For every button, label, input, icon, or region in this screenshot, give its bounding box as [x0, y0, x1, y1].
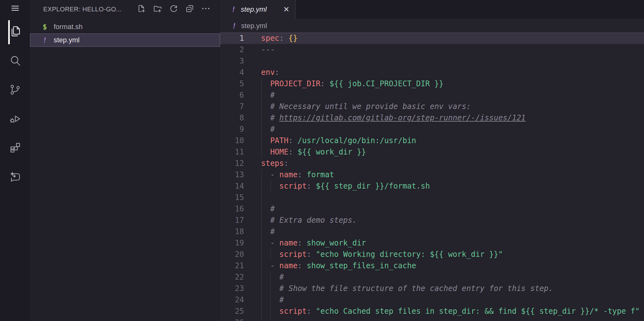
code-line-2[interactable]: 2---	[220, 44, 644, 55]
line-content: steps:	[261, 158, 289, 169]
line-number: 25	[220, 306, 244, 317]
files-icon	[8, 25, 22, 40]
code-line-3[interactable]: 3	[220, 55, 644, 67]
shell-icon: $	[41, 23, 49, 31]
line-number: 11	[220, 146, 244, 158]
code-line-26[interactable]: 26	[220, 317, 644, 321]
activity-bar	[0, 0, 30, 321]
code-line-10[interactable]: 10 PATH: /usr/local/go/bin:/usr/bin	[220, 135, 644, 146]
new-folder-icon	[152, 3, 163, 15]
line-number: 13	[220, 169, 244, 180]
activity-item-extensions[interactable]	[8, 134, 22, 163]
code-line-20[interactable]: 20 script: "echo Working directory: ${{ …	[220, 249, 644, 260]
line-number: 4	[220, 67, 244, 78]
line-number: 26	[220, 317, 244, 321]
code-line-18[interactable]: 18 #	[220, 226, 644, 237]
code-line-6[interactable]: 6 #	[220, 89, 644, 101]
code-editor[interactable]: 1spec: {}2---34env:5 PROJECT_DIR: ${{ jo…	[220, 33, 644, 321]
file-label: step.yml	[54, 36, 80, 44]
line-number: 22	[220, 271, 244, 283]
line-number: 23	[220, 283, 244, 294]
code-line-22[interactable]: 22 #	[220, 271, 644, 283]
collapse-all-icon	[185, 3, 195, 15]
line-number: 6	[220, 89, 244, 101]
new-file-icon	[136, 3, 146, 15]
activity-item-source-control[interactable]	[8, 76, 22, 105]
more-actions-button[interactable]	[200, 4, 211, 15]
line-content: script: ${{ step_dir }}/format.sh	[261, 180, 430, 192]
code-line-14[interactable]: 14 script: ${{ step_dir }}/format.sh	[220, 180, 644, 192]
activity-item-chat[interactable]	[8, 163, 22, 192]
code-line-7[interactable]: 7 # Necessary until we provide basic env…	[220, 101, 644, 112]
line-number: 21	[220, 260, 244, 271]
line-number: 12	[220, 158, 244, 169]
code-line-24[interactable]: 24 #	[220, 294, 644, 306]
code-line-1[interactable]: 1spec: {}	[220, 33, 644, 44]
line-number: 20	[220, 249, 244, 260]
line-number: 1	[220, 33, 244, 44]
line-number: 3	[220, 55, 244, 67]
line-number: 14	[220, 180, 244, 192]
vscode-window: EXPLORER: HELLO-GO... $format.sh!step.ym…	[0, 0, 644, 321]
hamburger-icon	[9, 3, 21, 15]
activity-item-search[interactable]	[8, 47, 22, 76]
code-line-19[interactable]: 19 - name: show_work_dir	[220, 237, 644, 249]
collapse-folders-button[interactable]	[184, 4, 195, 15]
file-list: $format.sh!step.yml	[30, 18, 220, 47]
line-number: 2	[220, 44, 244, 55]
refresh-button[interactable]	[168, 4, 179, 15]
tab-step-yml[interactable]: ! step.yml ✕	[220, 0, 295, 19]
activity-item-run-debug[interactable]	[8, 105, 22, 134]
debug-play-icon	[8, 112, 22, 127]
line-content: spec: {}	[261, 33, 298, 44]
line-number: 18	[220, 226, 244, 237]
line-content: - name: show_work_dir	[261, 237, 366, 249]
tab-close-button[interactable]: ✕	[283, 6, 289, 13]
breadcrumb-file-label: step.yml	[241, 22, 267, 30]
code-line-4[interactable]: 4env:	[220, 67, 644, 78]
line-content: #	[261, 226, 275, 237]
explorer-header: EXPLORER: HELLO-GO...	[30, 0, 220, 18]
application-menu-button[interactable]	[0, 0, 30, 18]
line-number: 16	[220, 203, 244, 215]
line-content: script: "echo Working directory: ${{ wor…	[261, 249, 503, 260]
line-content: # Necessary until we provide basic env v…	[261, 101, 471, 112]
code-line-9[interactable]: 9 #	[220, 124, 644, 135]
ellipsis-icon	[201, 3, 211, 15]
code-line-13[interactable]: 13 - name: format	[220, 169, 644, 180]
file-row-step-yml[interactable]: !step.yml	[30, 33, 220, 47]
line-content: ---	[261, 44, 275, 55]
activity-item-explorer[interactable]	[8, 18, 22, 47]
code-line-23[interactable]: 23 # Show the file structure of the cach…	[220, 283, 644, 294]
line-content: HOME: ${{ work_dir }}	[261, 146, 366, 158]
line-number: 10	[220, 135, 244, 146]
explorer-panel: EXPLORER: HELLO-GO... $format.sh!step.ym…	[30, 0, 220, 321]
line-content: - name: format	[261, 169, 334, 180]
line-content: PATH: /usr/local/go/bin:/usr/bin	[261, 135, 416, 146]
code-line-5[interactable]: 5 PROJECT_DIR: ${{ job.CI_PROJECT_DIR }}	[220, 78, 644, 89]
code-line-21[interactable]: 21 - name: show_step_files_in_cache	[220, 260, 644, 271]
breadcrumb[interactable]: ! step.yml	[220, 19, 644, 33]
line-content: #	[261, 89, 275, 101]
new-folder-button[interactable]	[152, 4, 163, 15]
code-line-16[interactable]: 16 #	[220, 203, 644, 215]
search-icon	[8, 54, 22, 69]
code-line-12[interactable]: 12steps:	[220, 158, 644, 169]
file-row-format-sh[interactable]: $format.sh	[30, 20, 220, 33]
line-content: #	[261, 203, 275, 215]
line-number: 17	[220, 215, 244, 226]
code-line-8[interactable]: 8 # https://gitlab.com/gitlab-org/step-r…	[220, 112, 644, 124]
line-content: #	[261, 294, 284, 306]
yaml-warning-icon: !	[41, 36, 49, 44]
code-line-25[interactable]: 25 script: "echo Cached step files in st…	[220, 306, 644, 317]
code-line-15[interactable]: 15	[220, 192, 644, 203]
line-content: # Show the file structure of the cached …	[261, 283, 553, 294]
code-line-17[interactable]: 17 # Extra demo steps.	[220, 215, 644, 226]
tab-bar: ! step.yml ✕	[220, 0, 644, 19]
line-content: #	[261, 271, 284, 283]
code-line-11[interactable]: 11 HOME: ${{ work_dir }}	[220, 146, 644, 158]
line-number: 7	[220, 101, 244, 112]
new-file-button[interactable]	[136, 4, 147, 15]
explorer-title: EXPLORER: HELLO-GO...	[43, 6, 122, 13]
line-content: script: "echo Cached step files in step_…	[261, 306, 640, 317]
